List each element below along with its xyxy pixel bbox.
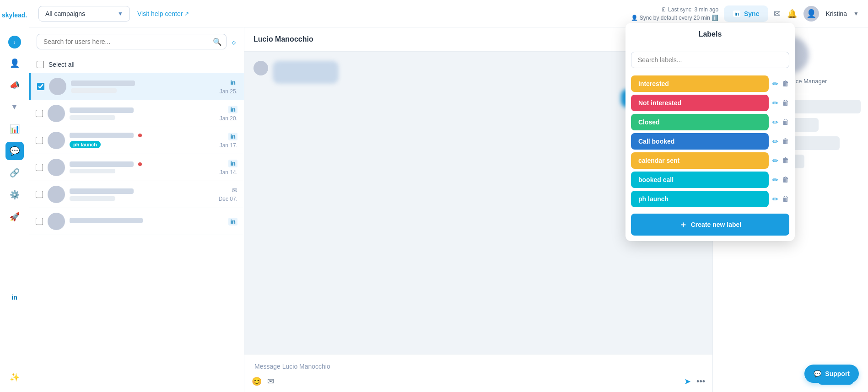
email-badge-icon: ✉ bbox=[232, 187, 237, 194]
label-pill-booked-call[interactable]: booked call bbox=[631, 172, 769, 188]
label-delete-icon[interactable]: 🗑 bbox=[782, 99, 789, 107]
label-delete-icon[interactable]: 🗑 bbox=[782, 176, 789, 184]
logo: S skylead. bbox=[0, 5, 42, 26]
contact-checkbox[interactable] bbox=[36, 137, 43, 144]
label-pill-calendar-sent[interactable]: calendar sent bbox=[631, 152, 769, 169]
contact-name-blur bbox=[70, 133, 134, 138]
contact-item[interactable]: in Jan 14. bbox=[29, 154, 244, 181]
label-edit-icon[interactable]: ✏ bbox=[772, 118, 778, 127]
contact-checkbox[interactable] bbox=[37, 83, 44, 90]
help-center-link[interactable]: Visit help center ↗ bbox=[137, 10, 189, 17]
unread-dot bbox=[138, 134, 142, 137]
contact-items: in Jan 25. in Jan 20. bbox=[29, 73, 244, 392]
contact-date: Jan 25. bbox=[220, 88, 237, 95]
contact-meta: ✉ Dec 07. bbox=[219, 187, 237, 202]
label-row-booked-call: booked call ✏ 🗑 bbox=[631, 172, 789, 188]
label-pill-call-booked[interactable]: Call booked bbox=[631, 133, 769, 150]
label-edit-icon[interactable]: ✏ bbox=[772, 156, 778, 165]
sidebar-item-filter[interactable]: ▼ bbox=[5, 98, 24, 116]
sidebar-item-analytics[interactable]: 📊 bbox=[5, 120, 24, 138]
send-icon[interactable]: ➤ bbox=[684, 376, 691, 387]
contact-checkbox[interactable] bbox=[36, 218, 43, 225]
support-button[interactable]: 💬 Support bbox=[804, 365, 859, 383]
attachment-icon[interactable]: ✉ bbox=[267, 376, 274, 387]
rocket-icon: 🚀 bbox=[10, 212, 20, 222]
label-edit-icon[interactable]: ✏ bbox=[772, 99, 778, 107]
contact-date: Jan 20. bbox=[220, 115, 237, 122]
sidebar-item-inbox[interactable]: 💬 bbox=[5, 142, 24, 160]
contact-checkbox[interactable] bbox=[36, 164, 43, 171]
label-delete-icon[interactable]: 🗑 bbox=[782, 137, 789, 145]
contact-item[interactable]: in bbox=[29, 208, 244, 235]
topbar-icons: ✉ 🔔 👤 Kristina ▼ bbox=[774, 6, 859, 21]
label-pill-interested[interactable]: Interested bbox=[631, 75, 769, 92]
filter-funnel-icon[interactable]: ⬦ bbox=[231, 37, 237, 47]
message-bubble-received bbox=[273, 61, 339, 84]
contact-meta: in Jan 25. bbox=[220, 79, 237, 95]
sidebar-item-user[interactable]: 👤 bbox=[5, 54, 24, 72]
create-label-button[interactable]: ＋ Create new label bbox=[631, 214, 789, 236]
mail-icon[interactable]: ✉ bbox=[774, 9, 781, 19]
select-all-label: Select all bbox=[49, 61, 75, 68]
labels-search-input[interactable] bbox=[631, 52, 789, 68]
sync-button[interactable]: in Sync bbox=[724, 5, 768, 22]
label-delete-icon[interactable]: 🗑 bbox=[782, 195, 789, 203]
label-edit-icon[interactable]: ✏ bbox=[772, 195, 778, 204]
select-all-row: Select all bbox=[29, 56, 244, 73]
contact-item[interactable]: ph launch in Jan 17. bbox=[29, 127, 244, 154]
labels-dropdown: Labels Interested ✏ 🗑 Not interested ✏ 🗑… bbox=[625, 27, 795, 241]
contact-item[interactable]: in Jan 25. bbox=[29, 73, 244, 100]
label-edit-icon[interactable]: ✏ bbox=[772, 80, 778, 88]
contact-info bbox=[70, 161, 215, 173]
sidebar-item-theme[interactable]: ✨ bbox=[5, 368, 24, 387]
sidebar-item-rocket[interactable]: 🚀 bbox=[5, 208, 24, 226]
contact-checkbox[interactable] bbox=[36, 191, 43, 198]
contact-item[interactable]: ✉ Dec 07. bbox=[29, 181, 244, 208]
main-content: All campaigns ▼ Visit help center ↗ 🗓 La… bbox=[29, 0, 868, 392]
topbar-right: 🗓 Last sync: 3 min ago 👤 Sync by default… bbox=[631, 5, 859, 22]
label-edit-icon[interactable]: ✏ bbox=[772, 176, 778, 184]
sidebar-item-settings[interactable]: ⚙️ bbox=[5, 186, 24, 204]
search-input[interactable] bbox=[37, 34, 226, 49]
select-all-checkbox[interactable] bbox=[37, 61, 44, 68]
user-dropdown-arrow[interactable]: ▼ bbox=[853, 11, 859, 17]
contact-sub-blur bbox=[70, 169, 115, 173]
label-pill-not-interested[interactable]: Not interested bbox=[631, 95, 769, 111]
user-avatar[interactable]: 👤 bbox=[803, 6, 819, 21]
label-pill-closed[interactable]: Closed bbox=[631, 114, 769, 130]
contact-item[interactable]: in Jan 20. bbox=[29, 100, 244, 127]
label-pill-ph-launch[interactable]: ph launch bbox=[631, 191, 769, 207]
sidebar-item-campaigns[interactable]: 📣 bbox=[5, 76, 24, 94]
sidebar-item-links[interactable]: 🔗 bbox=[5, 164, 24, 182]
sidebar-item-linkedin[interactable]: in bbox=[5, 288, 24, 306]
compose-placeholder[interactable]: Message Lucio Manocchio bbox=[252, 360, 705, 373]
theme-icon: ✨ bbox=[10, 372, 20, 382]
contact-checkbox[interactable] bbox=[36, 110, 43, 117]
contact-date: Jan 17. bbox=[220, 142, 237, 149]
campaign-selector[interactable]: All campaigns ▼ bbox=[38, 6, 130, 21]
settings-icon: ⚙️ bbox=[10, 190, 20, 200]
compose-more-icon[interactable]: ••• bbox=[696, 377, 705, 387]
sidebar-expand-button[interactable]: › bbox=[8, 36, 21, 48]
contact-meta: in Jan 14. bbox=[220, 160, 237, 176]
contact-sub-blur bbox=[70, 196, 115, 201]
notification-icon[interactable]: 🔔 bbox=[787, 9, 797, 19]
label-delete-icon[interactable]: 🗑 bbox=[782, 118, 789, 126]
compose-actions: 😊 ✉ ➤ ••• bbox=[252, 376, 705, 387]
linkedin-badge-icon: in bbox=[228, 160, 237, 167]
avatar bbox=[48, 105, 65, 122]
label-delete-icon[interactable]: 🗑 bbox=[782, 156, 789, 165]
contact-list-panel: 🔍 ⬦ Select all in bbox=[29, 27, 244, 392]
linkedin-sync-icon: in bbox=[733, 11, 740, 17]
label-delete-icon[interactable]: 🗑 bbox=[782, 80, 789, 88]
labels-dropdown-header: Labels bbox=[625, 27, 795, 46]
contact-date: Dec 07. bbox=[219, 196, 237, 202]
label-edit-icon[interactable]: ✏ bbox=[772, 137, 778, 146]
label-items: Interested ✏ 🗑 Not interested ✏ 🗑 Closed… bbox=[625, 74, 795, 209]
filter-icon: ▼ bbox=[11, 103, 18, 111]
contact-sub-blur bbox=[71, 88, 117, 93]
search-icon: 🔍 bbox=[213, 38, 222, 46]
linkedin-badge-icon: in bbox=[228, 79, 237, 86]
user-name[interactable]: Kristina bbox=[825, 10, 847, 17]
emoji-icon[interactable]: 😊 bbox=[252, 376, 262, 387]
